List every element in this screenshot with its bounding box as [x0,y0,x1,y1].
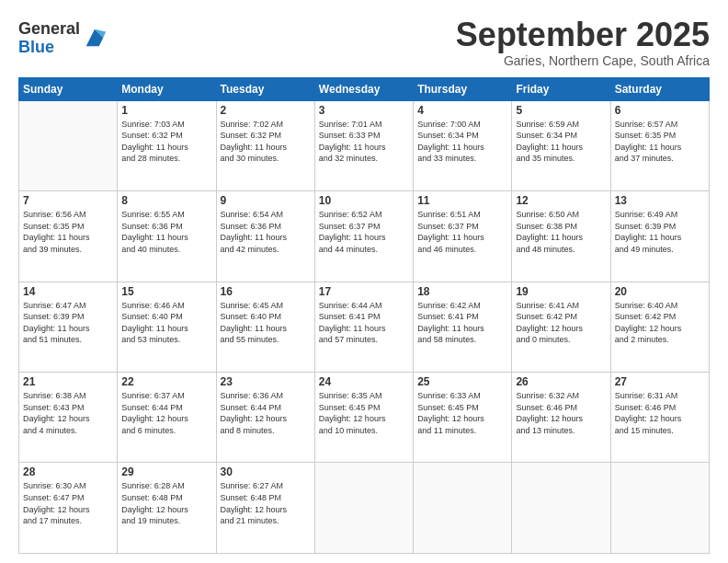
calendar-cell: 4Sunrise: 7:00 AM Sunset: 6:34 PM Daylig… [414,100,512,190]
day-number: 3 [319,104,409,117]
calendar-cell: 11Sunrise: 6:51 AM Sunset: 6:37 PM Dayli… [414,191,512,282]
day-info: Sunrise: 7:00 AM Sunset: 6:34 PM Dayligh… [417,119,507,165]
day-number: 11 [417,194,507,207]
calendar-cell: 23Sunrise: 6:36 AM Sunset: 6:44 PM Dayli… [216,373,314,463]
day-info: Sunrise: 6:42 AM Sunset: 6:41 PM Dayligh… [417,300,507,346]
calendar-cell [512,463,610,554]
calendar-cell: 19Sunrise: 6:41 AM Sunset: 6:42 PM Dayli… [512,282,610,372]
calendar-week-3: 14Sunrise: 6:47 AM Sunset: 6:39 PM Dayli… [19,282,710,372]
calendar-cell: 22Sunrise: 6:37 AM Sunset: 6:44 PM Dayli… [118,373,216,463]
logo-blue: Blue [18,39,80,57]
calendar-cell: 26Sunrise: 6:32 AM Sunset: 6:46 PM Dayli… [512,373,610,463]
day-info: Sunrise: 6:50 AM Sunset: 6:38 PM Dayligh… [516,209,606,255]
day-info: Sunrise: 6:52 AM Sunset: 6:37 PM Dayligh… [319,209,409,255]
day-info: Sunrise: 6:32 AM Sunset: 6:46 PM Dayligh… [516,390,606,436]
day-info: Sunrise: 6:28 AM Sunset: 6:48 PM Dayligh… [121,480,211,526]
logo-icon [82,25,108,51]
calendar-week-5: 28Sunrise: 6:30 AM Sunset: 6:47 PM Dayli… [19,463,710,554]
day-number: 17 [319,285,409,298]
calendar-cell: 30Sunrise: 6:27 AM Sunset: 6:48 PM Dayli… [216,463,314,554]
calendar-dow-monday: Monday [118,77,216,100]
day-info: Sunrise: 6:56 AM Sunset: 6:35 PM Dayligh… [23,209,113,255]
day-number: 1 [121,104,211,117]
day-info: Sunrise: 6:36 AM Sunset: 6:44 PM Dayligh… [221,390,311,436]
day-info: Sunrise: 6:37 AM Sunset: 6:44 PM Dayligh… [121,390,211,436]
day-info: Sunrise: 6:57 AM Sunset: 6:35 PM Dayligh… [615,119,705,165]
calendar-cell: 14Sunrise: 6:47 AM Sunset: 6:39 PM Dayli… [19,282,118,372]
calendar-cell: 18Sunrise: 6:42 AM Sunset: 6:41 PM Dayli… [414,282,512,372]
day-info: Sunrise: 6:46 AM Sunset: 6:40 PM Dayligh… [121,300,211,346]
day-number: 22 [121,375,211,388]
day-info: Sunrise: 6:38 AM Sunset: 6:43 PM Dayligh… [23,390,113,436]
day-info: Sunrise: 6:33 AM Sunset: 6:45 PM Dayligh… [417,390,507,436]
day-info: Sunrise: 6:51 AM Sunset: 6:37 PM Dayligh… [417,209,507,255]
calendar-dow-saturday: Saturday [610,77,709,100]
calendar-cell: 13Sunrise: 6:49 AM Sunset: 6:39 PM Dayli… [610,191,709,282]
calendar-week-2: 7Sunrise: 6:56 AM Sunset: 6:35 PM Daylig… [19,191,710,282]
location: Garies, Northern Cape, South Africa [456,53,710,68]
calendar-cell: 25Sunrise: 6:33 AM Sunset: 6:45 PM Dayli… [414,373,512,463]
day-number: 27 [615,375,705,388]
day-number: 24 [319,375,409,388]
day-number: 29 [121,465,211,478]
day-info: Sunrise: 6:49 AM Sunset: 6:39 PM Dayligh… [615,209,705,255]
day-info: Sunrise: 6:40 AM Sunset: 6:42 PM Dayligh… [615,300,705,346]
calendar-cell [610,463,709,554]
calendar-dow-sunday: Sunday [19,77,118,100]
calendar-cell: 9Sunrise: 6:54 AM Sunset: 6:36 PM Daylig… [216,191,314,282]
calendar-cell: 20Sunrise: 6:40 AM Sunset: 6:42 PM Dayli… [610,282,709,372]
day-info: Sunrise: 6:55 AM Sunset: 6:36 PM Dayligh… [121,209,211,255]
calendar-cell [19,100,118,190]
day-number: 15 [121,285,211,298]
calendar-cell [314,463,413,554]
day-info: Sunrise: 6:41 AM Sunset: 6:42 PM Dayligh… [516,300,606,346]
day-info: Sunrise: 6:35 AM Sunset: 6:45 PM Dayligh… [319,390,409,436]
logo: General Blue [18,20,108,57]
day-info: Sunrise: 6:30 AM Sunset: 6:47 PM Dayligh… [23,480,113,526]
day-number: 25 [417,375,507,388]
day-number: 14 [23,285,113,298]
day-number: 28 [23,465,113,478]
calendar-cell: 10Sunrise: 6:52 AM Sunset: 6:37 PM Dayli… [314,191,413,282]
calendar-cell [414,463,512,554]
calendar-cell: 24Sunrise: 6:35 AM Sunset: 6:45 PM Dayli… [314,373,413,463]
day-number: 4 [417,104,507,117]
day-number: 7 [23,194,113,207]
day-number: 8 [121,194,211,207]
calendar-cell: 15Sunrise: 6:46 AM Sunset: 6:40 PM Dayli… [118,282,216,372]
calendar-cell: 21Sunrise: 6:38 AM Sunset: 6:43 PM Dayli… [19,373,118,463]
title-section: September 2025 Garies, Northern Cape, So… [456,17,710,68]
calendar-cell: 6Sunrise: 6:57 AM Sunset: 6:35 PM Daylig… [610,100,709,190]
calendar-cell: 29Sunrise: 6:28 AM Sunset: 6:48 PM Dayli… [118,463,216,554]
calendar-table: SundayMondayTuesdayWednesdayThursdayFrid… [18,77,710,554]
day-number: 19 [516,285,606,298]
day-number: 30 [221,465,311,478]
calendar-cell: 17Sunrise: 6:44 AM Sunset: 6:41 PM Dayli… [314,282,413,372]
day-info: Sunrise: 6:27 AM Sunset: 6:48 PM Dayligh… [221,480,311,526]
day-info: Sunrise: 6:45 AM Sunset: 6:40 PM Dayligh… [221,300,311,346]
logo-general: General [18,20,80,39]
calendar-cell: 12Sunrise: 6:50 AM Sunset: 6:38 PM Dayli… [512,191,610,282]
day-number: 20 [615,285,705,298]
calendar-cell: 27Sunrise: 6:31 AM Sunset: 6:46 PM Dayli… [610,373,709,463]
day-number: 23 [221,375,311,388]
day-info: Sunrise: 7:01 AM Sunset: 6:33 PM Dayligh… [319,119,409,165]
day-number: 16 [221,285,311,298]
day-info: Sunrise: 6:44 AM Sunset: 6:41 PM Dayligh… [319,300,409,346]
day-number: 2 [221,104,311,117]
calendar-cell: 16Sunrise: 6:45 AM Sunset: 6:40 PM Dayli… [216,282,314,372]
page: General Blue September 2025 Garies, Nort… [0,0,728,563]
calendar-week-1: 1Sunrise: 7:03 AM Sunset: 6:32 PM Daylig… [19,100,710,190]
calendar-dow-thursday: Thursday [414,77,512,100]
day-number: 12 [516,194,606,207]
calendar-cell: 1Sunrise: 7:03 AM Sunset: 6:32 PM Daylig… [118,100,216,190]
calendar-cell: 2Sunrise: 7:02 AM Sunset: 6:32 PM Daylig… [216,100,314,190]
day-info: Sunrise: 6:31 AM Sunset: 6:46 PM Dayligh… [615,390,705,436]
calendar-dow-tuesday: Tuesday [216,77,314,100]
day-number: 26 [516,375,606,388]
day-number: 13 [615,194,705,207]
calendar-cell: 28Sunrise: 6:30 AM Sunset: 6:47 PM Dayli… [19,463,118,554]
day-info: Sunrise: 7:02 AM Sunset: 6:32 PM Dayligh… [221,119,311,165]
day-number: 18 [417,285,507,298]
day-number: 9 [221,194,311,207]
